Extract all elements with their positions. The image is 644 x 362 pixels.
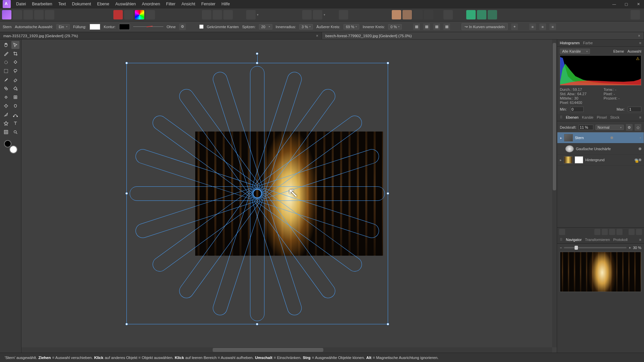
layer-vis-blur[interactable] [639, 147, 641, 150]
clone-tool-icon[interactable] [2, 84, 10, 93]
align-v3-icon[interactable]: ≡ [549, 23, 556, 30]
mesh-tool-icon[interactable] [2, 128, 10, 136]
smooth-edges-checkbox[interactable] [199, 24, 204, 29]
pen-tool-icon[interactable] [2, 111, 10, 119]
lf-add-icon[interactable] [629, 229, 635, 235]
quickmask-icon[interactable] [339, 10, 348, 19]
navigator-preview[interactable] [560, 252, 641, 292]
account-icon[interactable] [631, 10, 640, 19]
layer-row-bg[interactable]: ▸ Hintergrund 🔒 [557, 155, 644, 166]
layer-expand-bg-icon[interactable]: ▸ [560, 158, 562, 162]
layer-row-blur[interactable]: Gaußsche Unschärfe [557, 143, 644, 155]
layer-row-stern[interactable]: ▸ Stern [557, 132, 644, 143]
hist-panel-menu-icon[interactable]: ≡ [639, 41, 641, 45]
inpaint-tool-icon[interactable] [11, 93, 19, 101]
align-btn-3[interactable]: ▦ [433, 23, 440, 30]
swatch-grey-icon[interactable] [124, 10, 133, 19]
layer-vis-bg[interactable] [639, 159, 641, 161]
handle-bl[interactable] [125, 323, 128, 325]
healing-tool-icon[interactable] [2, 93, 10, 101]
sync-3-icon[interactable] [488, 10, 497, 19]
handle-ml[interactable] [125, 192, 128, 195]
align-center-icon[interactable] [213, 10, 222, 19]
move-tool-icon[interactable] [11, 41, 19, 49]
window-close[interactable]: ✕ [633, 1, 644, 7]
flood-select-icon[interactable] [11, 58, 19, 66]
zoom-out-icon[interactable]: − [560, 246, 562, 250]
vertical-scrollbar[interactable] [552, 40, 557, 347]
align-left-icon[interactable] [202, 10, 211, 19]
color-swap[interactable] [4, 140, 17, 154]
max-input[interactable] [628, 107, 641, 112]
swatch-red-icon[interactable] [113, 10, 123, 19]
tab-history[interactable]: Protokoll [613, 238, 628, 242]
window-minimize[interactable]: — [608, 1, 620, 7]
lf-live-icon[interactable] [609, 229, 615, 235]
nav-grip-icon[interactable]: ⠿ [560, 238, 562, 242]
menu-edit[interactable]: Bearbeiten [32, 2, 52, 6]
menu-arrange[interactable]: Anordnen [142, 2, 160, 6]
tab-histogram[interactable]: Histogramm [560, 41, 580, 45]
opacity-input[interactable] [579, 125, 593, 130]
menu-window[interactable]: Fenster [201, 2, 215, 6]
arrange-back-icon[interactable] [402, 10, 412, 19]
horizontal-scrollbar[interactable] [21, 347, 552, 353]
align-right-icon[interactable] [223, 10, 233, 19]
persona-export-icon[interactable] [45, 10, 54, 19]
zoom-tool-icon[interactable] [11, 128, 19, 136]
stroke-preview[interactable] [133, 24, 163, 29]
tab-brush[interactable]: Pinsel [597, 115, 607, 120]
persona-photo-icon[interactable] [2, 10, 11, 19]
handle-tr[interactable] [387, 62, 389, 64]
dodge-tool-icon[interactable] [2, 102, 10, 110]
snap-icon[interactable] [313, 10, 322, 19]
tab-color[interactable]: Farbe [583, 41, 593, 45]
lf-mask-icon[interactable] [559, 229, 565, 235]
swatch-rainbow-icon[interactable] [135, 10, 144, 19]
menu-help[interactable]: Hilfe [221, 2, 230, 6]
tab-layers[interactable]: Ebenen [566, 115, 579, 120]
lasso-tool-icon[interactable] [11, 67, 19, 75]
handle-br[interactable] [387, 323, 389, 325]
layers-panel-menu-icon[interactable]: ≡ [639, 115, 641, 120]
zoom-in-icon[interactable]: + [629, 246, 631, 250]
blendmode-dropdown[interactable]: Normal [595, 125, 624, 130]
channel-dropdown[interactable]: Alle Kanäle [560, 49, 590, 54]
autoselect-dropdown[interactable]: Ein [56, 24, 70, 29]
menu-layer[interactable]: Ebene [97, 2, 109, 6]
points-input[interactable]: 20 [259, 24, 272, 29]
text-tool-icon[interactable] [11, 119, 19, 127]
tab-2-close-icon[interactable]: × [638, 34, 640, 38]
align-btn-2[interactable]: ▦ [423, 23, 430, 30]
menu-filter[interactable]: Filter [166, 2, 175, 6]
lf-adjust-icon[interactable] [594, 229, 600, 235]
align-btn-1[interactable]: ▦ [413, 23, 420, 30]
layers-grip-icon[interactable]: ⠿ [560, 115, 562, 120]
stroke-settings-icon[interactable]: ⚙ [179, 23, 186, 30]
menu-file[interactable]: Datei [16, 2, 26, 6]
persona-liquify-icon[interactable] [13, 10, 22, 19]
sync-2-icon[interactable] [477, 10, 486, 19]
rotation-handle[interactable] [256, 53, 258, 55]
paintbrush-tool-icon[interactable] [2, 76, 10, 84]
innercircle-input[interactable]: 0 % [388, 24, 402, 29]
menu-view[interactable]: Ansicht [181, 2, 195, 6]
transform-origin-icon[interactable]: ⌖ [511, 23, 518, 30]
marquee-tool-icon[interactable] [2, 67, 10, 75]
innerradius-input[interactable]: 3 % [299, 24, 313, 29]
menu-document[interactable]: Dokument [72, 2, 91, 6]
handle-bc[interactable] [256, 323, 258, 325]
persona-tonemap-icon[interactable] [34, 10, 44, 19]
sync-1-icon[interactable] [466, 10, 476, 19]
distribute-icon[interactable] [443, 10, 453, 19]
layer-options-icon[interactable]: ⚙ [626, 124, 633, 131]
min-input[interactable] [570, 107, 584, 112]
bounding-box[interactable] [126, 63, 388, 324]
menu-select[interactable]: Auswählen [115, 2, 136, 6]
hist-auswahl-label[interactable]: Auswahl [627, 49, 641, 53]
outercircle-input[interactable]: 69 % [343, 24, 359, 29]
window-maximize[interactable]: ▢ [621, 1, 632, 7]
lf-delete-icon[interactable] [636, 229, 642, 235]
align-v1-icon[interactable]: ≡ [529, 23, 536, 30]
lf-fx-icon[interactable] [602, 229, 608, 235]
